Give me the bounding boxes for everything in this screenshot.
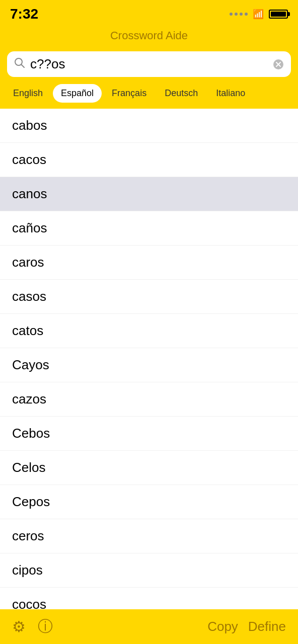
copy-button[interactable]: Copy [207,619,238,634]
app-header: Crossword Aide [0,26,298,47]
word-item[interactable]: caros [0,246,298,280]
signal-dots-icon [230,13,248,16]
status-time: 7:32 [10,6,38,22]
status-icons: 📶 [230,9,288,20]
toolbar-right: Copy Define [207,619,286,634]
wifi-icon: 📶 [253,9,264,20]
word-item[interactable]: Cayos [0,348,298,382]
word-item[interactable]: cacos [0,143,298,177]
svg-line-1 [22,65,25,68]
tab-italiano[interactable]: Italiano [208,84,253,103]
tab-deutsch[interactable]: Deutsch [157,84,206,103]
language-tabs: English Español Français Deutsch Italian… [0,84,298,109]
word-item[interactable]: Cebos [0,417,298,451]
word-item[interactable]: cipos [0,553,298,588]
app-title: Crossword Aide [110,29,188,42]
word-item[interactable]: canos [0,177,298,211]
search-icon [14,57,25,71]
word-item[interactable]: caños [0,211,298,246]
word-item[interactable]: cazos [0,382,298,417]
tab-english[interactable]: English [5,84,51,103]
tab-espanol[interactable]: Español [53,84,102,103]
define-button[interactable]: Define [248,619,286,634]
bottom-toolbar: ⚙ ⓘ Copy Define [0,609,298,644]
search-input[interactable] [30,56,268,72]
toolbar-left: ⚙ ⓘ [12,616,53,637]
word-item[interactable]: Cepos [0,485,298,519]
word-list: caboscacoscanoscañoscaroscasoscatosCayos… [0,109,298,622]
settings-icon[interactable]: ⚙ [12,618,26,635]
tab-francais[interactable]: Français [104,84,155,103]
search-input-wrapper [7,51,291,77]
word-item[interactable]: casos [0,280,298,314]
info-icon[interactable]: ⓘ [38,616,53,637]
word-item[interactable]: cabos [0,109,298,143]
status-bar: 7:32 📶 [0,0,298,26]
search-bar [0,47,298,84]
clear-search-button[interactable] [273,59,284,70]
battery-icon [269,10,288,19]
word-item[interactable]: catos [0,314,298,348]
word-item[interactable]: Celos [0,451,298,485]
word-item[interactable]: ceros [0,519,298,553]
